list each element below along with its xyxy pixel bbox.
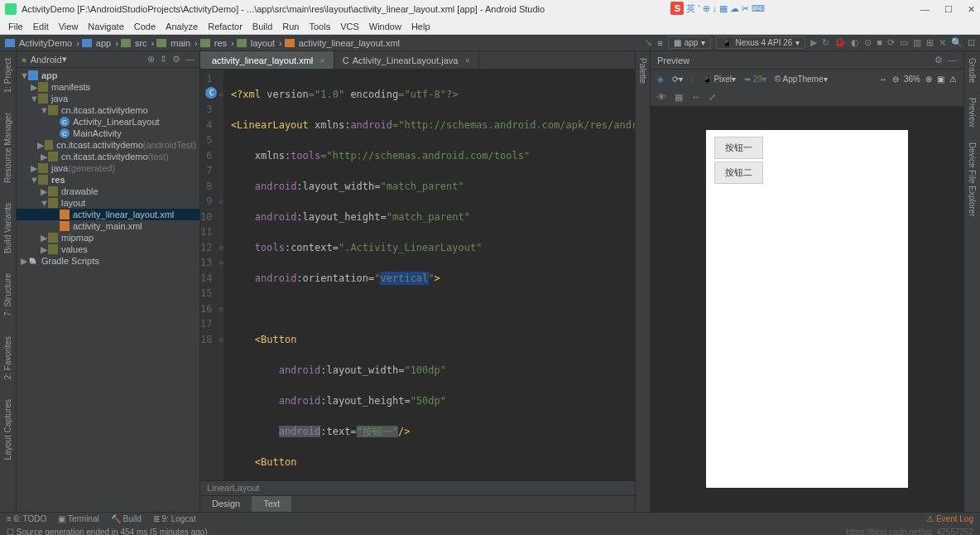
crumb-layout[interactable]: layout [249, 38, 276, 48]
todo-tool[interactable]: ≡ 6: TODO [7, 514, 46, 523]
struct-icon[interactable]: ⊞ [926, 37, 934, 48]
avd-icon[interactable]: ▭ [900, 37, 908, 48]
gear-icon[interactable]: ⚙ [934, 55, 943, 65]
help-icon[interactable]: ⊡ [968, 37, 975, 48]
ime-icon1[interactable]: ⊕ [703, 3, 710, 14]
event-log-tool[interactable]: ⚠ Event Log [926, 514, 973, 523]
class-gutter-icon[interactable]: C [205, 87, 217, 99]
ime-lang[interactable]: 英 [686, 2, 695, 15]
menu-file[interactable]: File [5, 22, 26, 31]
hide-icon[interactable]: — [948, 55, 957, 65]
crumb-file[interactable]: activity_linear_layout.xml [297, 38, 401, 48]
resmgr-tool-button[interactable]: Resource Manager [3, 113, 12, 183]
sogou-icon[interactable]: S [670, 2, 684, 15]
minimize-icon[interactable]: — [920, 4, 930, 15]
tree-values[interactable]: values [61, 244, 88, 254]
surface-icon[interactable]: ◈ [657, 75, 664, 84]
menu-run[interactable]: Run [279, 22, 302, 31]
structure-tool-button[interactable]: 7: Structure [3, 273, 12, 316]
tree-manifests[interactable]: manifests [51, 82, 90, 92]
menu-tools[interactable]: Tools [305, 22, 334, 31]
theme-select[interactable]: © AppTheme▾ [775, 75, 828, 84]
scale-icon[interactable]: ⤢ [709, 92, 716, 103]
project-tool-button[interactable]: 1: Project [3, 58, 12, 93]
text-tab[interactable]: Text [252, 496, 291, 512]
ime-icon6[interactable]: ⌨ [752, 3, 765, 14]
tree-app[interactable]: app [41, 70, 58, 80]
project-view-selector[interactable]: Android [31, 55, 62, 65]
warn-icon[interactable]: ⚠ [949, 75, 957, 84]
sync-gradle-icon[interactable]: ⟳ [887, 37, 895, 48]
status-icon[interactable]: ☐ [7, 528, 14, 536]
gear-icon[interactable]: ⚙ [172, 54, 180, 65]
menu-edit[interactable]: Edit [30, 22, 52, 31]
menu-help[interactable]: Help [408, 22, 434, 31]
tree-drawable[interactable]: drawable [61, 186, 98, 196]
stop-icon[interactable]: ■ [877, 37, 882, 48]
preview-canvas[interactable]: 按钮一 按钮二 [651, 106, 963, 512]
menu-navigate[interactable]: Navigate [84, 22, 127, 31]
run-icon[interactable]: ▶ [810, 37, 817, 48]
close-tab-icon[interactable]: × [319, 55, 324, 65]
zoom-in-icon[interactable]: ⊕ [925, 75, 932, 84]
crumb-src[interactable]: src [133, 38, 149, 48]
tab-linear-layout-java[interactable]: CActivity_LinearLayout.java× [334, 51, 479, 69]
grid-icon[interactable]: ▦ [675, 92, 683, 103]
menu-build[interactable]: Build [249, 22, 276, 31]
design-tab[interactable]: Design [200, 496, 252, 512]
menu-refactor[interactable]: Refactor [204, 22, 246, 31]
close-tab-icon[interactable]: × [464, 55, 469, 65]
api-select[interactable]: ➡ 29▾ [744, 75, 766, 84]
tree-activity-linear[interactable]: Activity_LinearLayout [73, 117, 160, 127]
favorites-tool-button[interactable]: 2: Favorites [3, 336, 12, 379]
menu-analyze[interactable]: Analyze [162, 22, 201, 31]
device-selector[interactable]: 📱 Nexus 4 API 26 ▾ [716, 36, 805, 49]
tree-pkg[interactable]: cn.itcast.activitydemo [61, 105, 148, 115]
layoutcap-tool-button[interactable]: Layout Captures [3, 399, 12, 460]
scroll-from-icon[interactable]: ⊕ [147, 54, 155, 65]
fit-icon[interactable]: ▣ [937, 75, 944, 84]
tab-linear-layout-xml[interactable]: activity_linear_layout.xml× [200, 51, 334, 69]
devexp-tool-button[interactable]: Device File Explorer [968, 142, 977, 216]
orientation-icon[interactable]: ⟳▾ [672, 75, 683, 84]
zoom-out-icon[interactable]: ⊖ [892, 75, 899, 84]
tree-pkgtest2[interactable]: cn.itcast.activitydemo [61, 152, 148, 161]
gradle-tool-button[interactable]: Gradle [968, 58, 977, 83]
build-tool[interactable]: 🔨 Build [111, 514, 142, 523]
apply-changes-icon[interactable]: ↻ [822, 37, 829, 48]
prev-icon[interactable]: ↔ [879, 75, 887, 84]
menu-view[interactable]: View [55, 22, 82, 31]
settings-icon[interactable]: ⤨ [939, 37, 946, 48]
ham-icon[interactable]: ≡ [657, 38, 662, 48]
tree-res[interactable]: res [51, 175, 65, 185]
crumb-app[interactable]: app [94, 38, 113, 48]
tree-layout[interactable]: layout [61, 198, 85, 208]
tree-java[interactable]: java [51, 94, 68, 104]
menu-window[interactable]: Window [366, 22, 405, 31]
tree-pkgtest[interactable]: cn.itcast.activitydemo [56, 140, 143, 150]
ime-punc[interactable]: ' [698, 3, 699, 13]
tree-activity-main-xml[interactable]: activity_main.xml [73, 221, 142, 231]
menu-code[interactable]: Code [131, 22, 159, 31]
tree-mainactivity[interactable]: MainActivity [73, 128, 122, 138]
attach-icon[interactable]: ⊙ [864, 37, 872, 48]
hide-icon[interactable]: — [185, 54, 195, 65]
sdk-icon[interactable]: ▥ [913, 37, 921, 48]
ime-icon3[interactable]: ▦ [719, 3, 728, 14]
run-config-selector[interactable]: ▦ app ▾ [668, 36, 712, 49]
terminal-tool[interactable]: ▣ Terminal [58, 514, 98, 523]
project-tree[interactable]: ▼app ▶manifests ▼java ▼cn.itcast.activit… [17, 68, 199, 512]
line-gutter[interactable]: C 💡 123456789101112131415161718 [200, 70, 219, 480]
device-select[interactable]: 📱 Pixel▾ [702, 75, 736, 84]
crumb-res[interactable]: res [213, 38, 228, 48]
ime-icon5[interactable]: ✂ [742, 3, 749, 14]
code-editor[interactable]: C 💡 123456789101112131415161718 ⊖⊖⊟⊖⊟⊟ <… [200, 70, 635, 480]
sync-icon[interactable]: ↘ [645, 37, 652, 48]
menu-vcs[interactable]: VCS [337, 22, 363, 31]
debug-icon[interactable]: 🐞 [834, 37, 846, 48]
crumb-main[interactable]: main [169, 38, 192, 48]
crumb-root[interactable]: ActivityDemo [17, 38, 74, 48]
search-icon[interactable]: 🔍 [951, 37, 963, 48]
palette-tool-button[interactable]: Palette [638, 58, 647, 84]
pan-icon[interactable]: ↔ [691, 92, 700, 102]
